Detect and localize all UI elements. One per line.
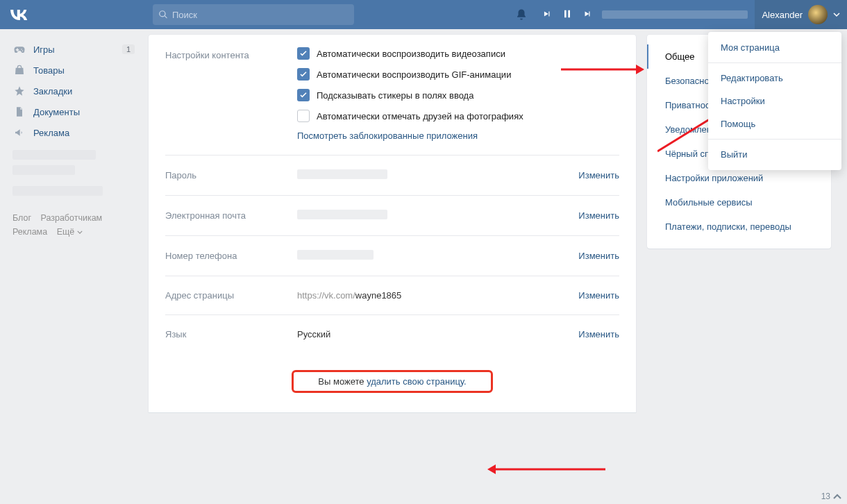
checkbox-label: Автоматически отмечать друзей на фотогра… [317, 111, 523, 121]
audio-player [542, 8, 748, 22]
dd-my-page[interactable]: Моя страница [708, 36, 841, 59]
search-input[interactable]: Поиск [153, 4, 354, 25]
chevron-up-icon [833, 493, 841, 500]
blocked-apps-link[interactable]: Посмотреть заблокированные приложения [297, 131, 619, 141]
pause-button[interactable] [562, 8, 573, 22]
content-settings-label: Настройки контента [165, 47, 297, 60]
check-auto-video[interactable]: Автоматически воспроизводить видеозаписи [297, 47, 619, 60]
checkbox-icon [297, 110, 310, 122]
dd-help[interactable]: Помощь [708, 112, 841, 135]
chevron-down-icon [833, 11, 840, 18]
footer-more[interactable]: Ещё [57, 227, 83, 237]
counter-value: 13 [821, 492, 830, 501]
star-icon [12, 85, 26, 96]
document-icon [12, 106, 26, 117]
delete-page-link[interactable]: удалить свою страницу. [367, 376, 467, 387]
sidebar-item-bookmarks[interactable]: Закладки [6, 81, 139, 101]
bell-icon [515, 8, 528, 21]
dd-edit[interactable]: Редактировать [708, 67, 841, 90]
phone-label: Номер телефона [165, 251, 297, 261]
delete-page-block: Вы можете удалить свою страницу. [292, 370, 493, 393]
svg-marker-7 [487, 464, 496, 474]
password-label: Пароль [165, 170, 297, 180]
checkbox-label: Автоматически воспроизводить видеозаписи [317, 49, 505, 59]
check-auto-tag[interactable]: Автоматически отмечать друзей на фотогра… [297, 110, 619, 122]
megaphone-icon [12, 127, 26, 138]
email-change-link[interactable]: Изменить [578, 210, 619, 221]
left-sidebar: Игры 1 Товары Закладки Документы Реклама… [6, 35, 139, 412]
sidebar-item-label: Закладки [33, 86, 72, 96]
lang-change-link[interactable]: Изменить [578, 329, 619, 339]
footer-dev[interactable]: Разработчикам [41, 213, 103, 223]
sidebar-item-label: Товары [33, 65, 65, 76]
lang-label: Язык [165, 329, 297, 339]
address-label: Адрес страницы [165, 290, 297, 301]
search-icon [158, 10, 168, 19]
footer-blog[interactable]: Блог [12, 213, 31, 223]
annotation-arrow [487, 462, 605, 476]
bag-icon [12, 65, 26, 76]
email-label: Электронная почта [165, 210, 297, 221]
sidebar-item-docs[interactable]: Документы [6, 101, 139, 122]
phone-value [297, 250, 374, 260]
bottom-counter[interactable]: 13 [821, 492, 841, 501]
phone-change-link[interactable]: Изменить [578, 251, 619, 261]
delete-prefix: Вы можете [318, 376, 367, 387]
dd-exit[interactable]: Выйти [708, 143, 841, 166]
sidebar-item-market[interactable]: Товары [6, 60, 139, 81]
password-value [297, 169, 387, 179]
sidebar-item-games[interactable]: Игры 1 [6, 39, 139, 60]
checkbox-icon [297, 47, 310, 60]
user-dropdown: Моя страница Редактировать Настройки Пом… [708, 32, 841, 170]
sidebar-badge: 1 [122, 44, 135, 54]
sidebar-item-label: Игры [33, 44, 55, 55]
prev-track-button[interactable] [542, 9, 552, 21]
rtab-payments[interactable]: Платежи, подписки, переводы [647, 215, 831, 239]
sidebar-item-ads[interactable]: Реклама [6, 122, 139, 143]
sidebar-item-label: Документы [33, 107, 80, 117]
username-label: Alexander [762, 10, 803, 20]
footer-ads[interactable]: Реклама [12, 227, 47, 237]
top-header: Поиск Alexander [0, 0, 847, 29]
password-change-link[interactable]: Изменить [578, 170, 619, 180]
footer-links: Блог Разработчикам Реклама Ещё [6, 201, 139, 249]
address-prefix: https://vk.com/ [297, 290, 355, 301]
address-value: wayne1865 [355, 290, 402, 301]
track-title-placeholder[interactable] [602, 10, 748, 19]
gamepad-icon [12, 43, 26, 56]
email-value [297, 210, 387, 219]
checkbox-icon [297, 68, 310, 81]
checkbox-icon [297, 89, 310, 101]
next-track-button[interactable] [582, 9, 592, 21]
avatar [808, 5, 828, 24]
search-placeholder: Поиск [172, 10, 197, 20]
vk-logo[interactable] [3, 0, 35, 29]
checkbox-label: Подсказывать стикеры в полях ввода [317, 90, 473, 101]
checkbox-label: Автоматически воспроизводить GIF-анимаци… [317, 69, 511, 80]
sidebar-extra [6, 143, 139, 196]
sidebar-item-label: Реклама [33, 128, 69, 138]
user-menu-button[interactable]: Alexander [755, 0, 847, 29]
rtab-mobile[interactable]: Мобильные сервисы [647, 190, 831, 215]
check-stickers[interactable]: Подсказывать стикеры в полях ввода [297, 89, 619, 101]
address-change-link[interactable]: Изменить [578, 290, 619, 301]
notifications-button[interactable] [508, 8, 535, 21]
check-auto-gif[interactable]: Автоматически воспроизводить GIF-анимаци… [297, 68, 619, 81]
settings-panel: Настройки контента Автоматически воспрои… [149, 35, 636, 412]
lang-value: Русский [297, 329, 564, 339]
dd-settings[interactable]: Настройки [708, 90, 841, 112]
